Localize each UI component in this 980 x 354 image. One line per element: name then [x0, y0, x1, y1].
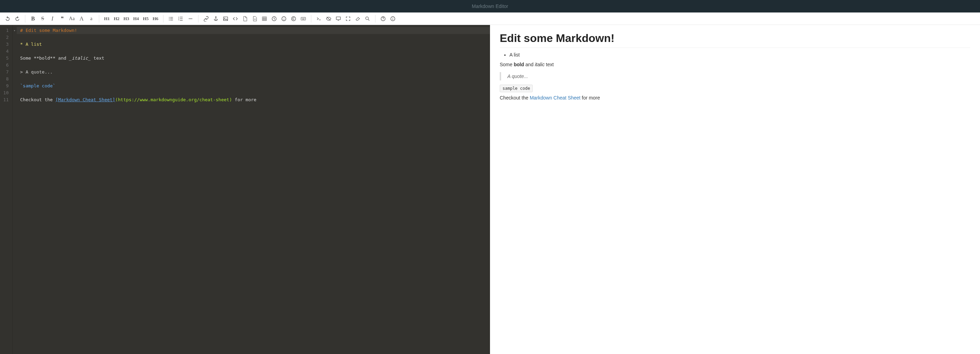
- case-lower-button[interactable]: a: [86, 14, 96, 24]
- preview-heading: Edit some Markdown!: [500, 32, 970, 48]
- bold-text: bold: [514, 62, 524, 67]
- main-split: 1234567891011 ▾ # Edit some Markdown!* A…: [0, 25, 980, 354]
- copyright-button[interactable]: [289, 14, 298, 24]
- toolbar: B S I ❝ Aa A a H1 H2 H3 H4 H5 H6 123: [0, 13, 980, 25]
- line-number: 11: [2, 96, 9, 103]
- device-preview-button[interactable]: [334, 14, 343, 24]
- code-line[interactable]: [20, 48, 487, 55]
- svg-rect-9: [180, 18, 183, 19]
- datetime-button[interactable]: [269, 14, 279, 24]
- svg-rect-11: [180, 20, 183, 21]
- line-number: 1: [2, 27, 9, 34]
- table-button[interactable]: [259, 14, 269, 24]
- bold-button[interactable]: B: [28, 14, 38, 24]
- undo-button[interactable]: [3, 14, 13, 24]
- editor-pane[interactable]: 1234567891011 ▾ # Edit some Markdown!* A…: [0, 25, 490, 354]
- line-number: 9: [2, 83, 9, 89]
- code-line[interactable]: [20, 76, 487, 83]
- preview-toggle-button[interactable]: [324, 14, 334, 24]
- keyboard-button[interactable]: [298, 14, 308, 24]
- link-button[interactable]: [201, 14, 211, 24]
- code-line[interactable]: [20, 34, 487, 41]
- preview-link[interactable]: Markdown Cheat Sheet: [530, 95, 580, 100]
- code-line[interactable]: [20, 62, 487, 69]
- svg-rect-30: [336, 17, 340, 19]
- separator: [311, 15, 311, 22]
- line-number: 5: [2, 55, 9, 62]
- anchor-button[interactable]: [211, 14, 221, 24]
- code-line[interactable]: > A quote...: [20, 69, 487, 76]
- fold-marker: [13, 48, 17, 55]
- separator: [198, 15, 199, 22]
- h2-button[interactable]: H2: [112, 14, 121, 24]
- svg-point-15: [224, 18, 225, 18]
- list-item: A list: [509, 52, 970, 57]
- clear-button[interactable]: [353, 14, 363, 24]
- code-line[interactable]: [20, 89, 487, 96]
- fullscreen-button[interactable]: [343, 14, 353, 24]
- preview-list: A list: [509, 52, 970, 57]
- line-number: 6: [2, 62, 9, 69]
- preview-paragraph: Checkout the Markdown Cheat Sheet for mo…: [500, 95, 970, 100]
- preview-pane: Edit some Markdown! A list Some bold and…: [490, 25, 980, 354]
- code-line[interactable]: # Edit some Markdown!: [17, 27, 490, 34]
- line-gutter: 1234567891011: [0, 25, 13, 354]
- h1-button[interactable]: H1: [102, 14, 112, 24]
- fold-marker: [13, 96, 17, 103]
- image-button[interactable]: [221, 14, 231, 24]
- search-button[interactable]: [363, 14, 372, 24]
- line-number: 2: [2, 34, 9, 41]
- redo-button[interactable]: [13, 14, 22, 24]
- fold-marker: [13, 69, 17, 76]
- svg-rect-16: [254, 19, 256, 19]
- code-area[interactable]: # Edit some Markdown!* A listSome **bold…: [17, 25, 490, 354]
- h6-button[interactable]: H6: [151, 14, 160, 24]
- terminal-button[interactable]: [314, 14, 324, 24]
- separator: [163, 15, 164, 22]
- separator: [375, 15, 375, 22]
- italic-text: italic: [535, 62, 544, 67]
- svg-rect-17: [254, 19, 256, 20]
- fold-marker: [13, 83, 17, 89]
- svg-text:3: 3: [178, 19, 180, 21]
- emoji-button[interactable]: [279, 14, 289, 24]
- separator: [99, 15, 99, 22]
- line-number: 10: [2, 89, 9, 96]
- code-line[interactable]: * A list: [20, 41, 487, 48]
- pdf-button[interactable]: [240, 14, 250, 24]
- horizontal-rule-button[interactable]: [186, 14, 196, 24]
- info-button[interactable]: [388, 14, 398, 24]
- svg-rect-37: [393, 18, 393, 20]
- h5-button[interactable]: H5: [141, 14, 151, 24]
- h3-button[interactable]: H3: [121, 14, 131, 24]
- svg-rect-26: [302, 18, 303, 18]
- svg-rect-5: [170, 20, 173, 20]
- case-mixed-button[interactable]: Aa: [67, 14, 77, 24]
- svg-point-36: [393, 17, 393, 18]
- inline-code: sample code: [500, 84, 533, 92]
- preview-code-paragraph: sample code: [500, 85, 970, 91]
- case-upper-button[interactable]: A: [77, 14, 86, 24]
- fold-marker[interactable]: ▾: [13, 27, 17, 34]
- svg-rect-7: [180, 17, 183, 17]
- blockquote-button[interactable]: ❝: [57, 14, 67, 24]
- code-line[interactable]: Checkout the [Markdown Cheat Sheet](http…: [20, 96, 487, 103]
- line-number: 7: [2, 69, 9, 76]
- fold-marker: [13, 76, 17, 83]
- italic-button[interactable]: I: [48, 14, 57, 24]
- preview-blockquote: A quote...: [500, 72, 970, 81]
- help-button[interactable]: [378, 14, 388, 24]
- ordered-list-button[interactable]: 123: [176, 14, 186, 24]
- svg-point-4: [169, 20, 170, 21]
- separator: [25, 15, 25, 22]
- strikethrough-button[interactable]: S: [38, 14, 48, 24]
- unordered-list-button[interactable]: [166, 14, 176, 24]
- code-line[interactable]: Some **bold** and _italic_ text: [20, 55, 487, 62]
- fold-marker: [13, 34, 17, 41]
- svg-point-20: [282, 17, 286, 21]
- doc-button[interactable]: [250, 14, 259, 24]
- code-line[interactable]: `sample code`: [20, 83, 487, 89]
- h4-button[interactable]: H4: [131, 14, 141, 24]
- svg-rect-18: [262, 17, 267, 21]
- code-button[interactable]: [231, 14, 240, 24]
